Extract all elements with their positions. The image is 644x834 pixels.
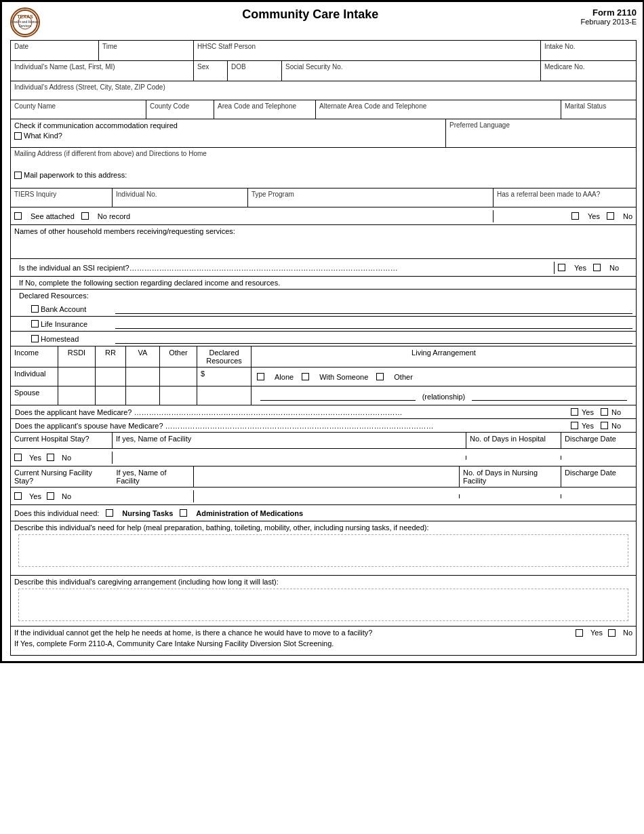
- nursing-yes-checkbox[interactable]: [14, 492, 22, 500]
- county-name-col: County Name: [11, 100, 146, 119]
- income-label: Income: [14, 349, 54, 357]
- no-record-checkbox[interactable]: [81, 212, 89, 220]
- facility-question-label: If the individual cannot get the help he…: [14, 629, 570, 637]
- facility-yes-checkbox[interactable]: [576, 629, 583, 637]
- county-code-col: County Code: [146, 100, 214, 119]
- if-no-row: If No, complete the following section re…: [11, 277, 636, 290]
- dob-label: DOB: [231, 63, 278, 71]
- county-code-label: County Code: [150, 102, 210, 110]
- dob-col: DOB: [228, 61, 282, 81]
- medicare-spouse-yn: Yes No: [571, 422, 632, 430]
- rsdi-col: RSDI: [58, 346, 96, 367]
- referral-yes-label: Yes: [588, 212, 600, 220]
- intake-no-col: Intake No.: [541, 41, 636, 60]
- marital-status-col: Marital Status: [561, 100, 636, 119]
- tiers-col: TIERS Inquiry: [11, 188, 113, 207]
- alone-checkbox[interactable]: [257, 373, 264, 380]
- nursing-stay-yn-row: Yes No: [11, 488, 636, 505]
- individual-need-label: Does this individual need:: [14, 509, 99, 517]
- name-label: Individual's Name (Last, First, MI): [14, 63, 190, 71]
- see-attached-checkbox[interactable]: [14, 212, 22, 220]
- no-record-label: No record: [98, 212, 130, 220]
- medicare-spouse-no-item: No: [601, 422, 621, 430]
- homestead-row: Homestead: [11, 332, 636, 346]
- ssn-label: Social Security No.: [285, 63, 537, 71]
- other-living-checkbox[interactable]: [376, 373, 384, 380]
- bank-account-checkbox[interactable]: [31, 305, 39, 313]
- referral-yn-col: Yes No: [494, 210, 636, 222]
- hospital-stay-label-col: Current Hospital Stay?: [11, 433, 113, 448]
- life-insurance-row: Life Insurance: [11, 317, 636, 332]
- describe-need-input[interactable]: [18, 534, 628, 567]
- ssi-no-label: No: [609, 264, 619, 272]
- medicare-spouse-yes-checkbox[interactable]: [571, 422, 578, 429]
- hospital-no-checkbox[interactable]: [47, 454, 54, 461]
- referral-yes-checkbox[interactable]: [571, 212, 579, 220]
- va-col: VA: [126, 346, 160, 367]
- household-label: Names of other household members receivi…: [14, 227, 632, 235]
- discharge-date-label: Discharge Date: [565, 435, 616, 443]
- ssi-row: Is the individual an SSI recipient?………………: [11, 259, 636, 277]
- discharge-date-col: Discharge Date: [561, 433, 636, 448]
- nursing-stay-header-row: Current Nursing Facility Stay? If yes, N…: [11, 466, 636, 488]
- date-label: Date: [14, 43, 95, 50]
- nursing-no-checkbox[interactable]: [47, 492, 54, 500]
- other-income-col: Other: [160, 346, 197, 367]
- texas-logo: TEXAS Health and Human Services: [10, 7, 40, 37]
- nursing-stay-label: Current Nursing Facility Stay?: [14, 469, 110, 485]
- medicare-applicant-yes-checkbox[interactable]: [571, 408, 578, 416]
- household-row: Names of other household members receivi…: [11, 225, 636, 259]
- hospital-stay-yn-row: Yes No: [11, 449, 636, 466]
- with-someone-checkbox[interactable]: [302, 373, 309, 380]
- medicare-applicant-no-item: No: [601, 408, 621, 416]
- medicare-applicant-row: Does the applicant have Medicare? …………………: [11, 405, 636, 419]
- spouse-income-row: Spouse (relationship): [11, 386, 636, 405]
- hospital-yes-checkbox[interactable]: [14, 454, 22, 461]
- medicare-spouse-yes-label: Yes: [582, 422, 594, 430]
- hospital-facility-value-col: [113, 456, 466, 460]
- spouse-va-col: [126, 386, 160, 405]
- declared-resources-col-label: Declared Resources: [201, 349, 247, 365]
- medicare-spouse-yes-item: Yes: [571, 422, 594, 430]
- mail-paperwork-checkbox[interactable]: [14, 172, 22, 179]
- spouse-row-label: Spouse: [14, 389, 39, 397]
- address-col: Individual's Address (Street, City, Stat…: [11, 81, 636, 100]
- referral-no-checkbox[interactable]: [607, 212, 614, 220]
- hhsc-staff-label: HHSC Staff Person: [197, 43, 537, 50]
- hhsc-staff-col: HHSC Staff Person: [194, 41, 541, 60]
- life-insurance-checkbox[interactable]: [31, 320, 39, 327]
- medicare-spouse-no-label: No: [611, 422, 621, 430]
- spouse-declared-col: [197, 386, 251, 405]
- nursing-tasks-checkbox[interactable]: [106, 509, 113, 517]
- individual-income-row: Individual $ Alone With Someone Other: [11, 368, 636, 386]
- hospital-yes-label: Yes: [29, 454, 41, 462]
- describe-caregiving-input[interactable]: [18, 589, 628, 621]
- medicare-applicant-no-checkbox[interactable]: [601, 408, 608, 416]
- bank-account-label: Bank Account: [41, 305, 115, 313]
- form-date: February 2013-E: [580, 18, 637, 26]
- facility-no-checkbox[interactable]: [608, 629, 616, 637]
- days-nursing-col: No. of Days in Nursing Facility: [460, 466, 561, 487]
- hospital-no-label: No: [62, 454, 71, 462]
- nursing-facility-label: If yes, Name of Facility: [116, 469, 190, 485]
- va-label: VA: [129, 349, 156, 357]
- spouse-other-col: [160, 386, 197, 405]
- referral-col: Has a referral been made to AAA?: [494, 188, 636, 207]
- days-nursing-label: No. of Days in Nursing Facility: [463, 469, 538, 485]
- admin-meds-checkbox[interactable]: [180, 509, 187, 517]
- life-insurance-label: Life Insurance: [41, 320, 115, 328]
- medicare-spouse-no-checkbox[interactable]: [601, 422, 608, 429]
- describe-need-label: Describe this individual's need for help…: [14, 523, 632, 532]
- nursing-yes-label: Yes: [29, 492, 41, 500]
- what-kind-checkbox[interactable]: [14, 132, 22, 140]
- ssi-no-checkbox[interactable]: [593, 264, 601, 271]
- sex-col: Sex: [194, 61, 228, 81]
- nursing-no-label: No: [62, 492, 71, 500]
- spouse-rr-col: [96, 386, 126, 405]
- medicare-spouse-label: Does the applicant's spouse have Medicar…: [15, 422, 571, 430]
- homestead-checkbox[interactable]: [31, 335, 39, 342]
- ssi-yes-checkbox[interactable]: [558, 264, 565, 271]
- describe-caregiving-label: Describe this individual's caregiving ar…: [14, 578, 632, 586]
- time-label: Time: [102, 43, 190, 50]
- individual-declared-col: $: [197, 368, 251, 386]
